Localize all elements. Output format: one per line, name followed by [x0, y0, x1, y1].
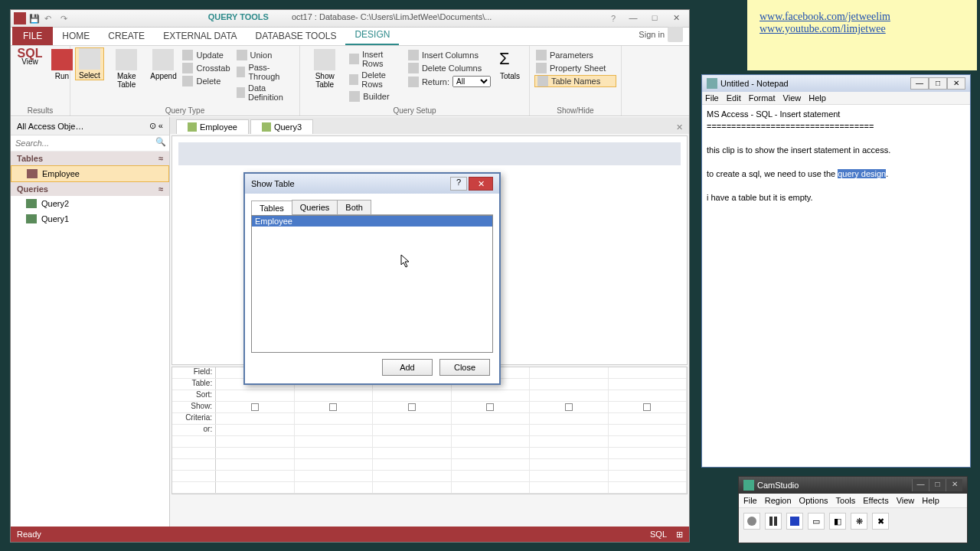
group-show-hide: Show/Hide: [530, 106, 621, 115]
delete-rows-button[interactable]: Delete Rows: [348, 70, 403, 90]
link-youtube[interactable]: www.youtube.com/limjetwee: [760, 23, 965, 35]
link-facebook[interactable]: www.facebook.com/jetweelim: [760, 11, 965, 23]
camstudio-titlebar[interactable]: CamStudio — □ ✕: [739, 477, 967, 494]
maximize-button[interactable]: □: [929, 479, 946, 491]
menu-help[interactable]: Help: [808, 93, 826, 103]
nav-item-query2[interactable]: Query2: [11, 196, 169, 211]
data-definition-button[interactable]: Data Definition: [235, 83, 295, 103]
tab-database-tools[interactable]: DATABASE TOOLS: [247, 27, 346, 45]
menu-view[interactable]: View: [783, 93, 802, 103]
totals-button[interactable]: ΣTotals: [495, 47, 524, 82]
return-control[interactable]: Return: All: [407, 75, 492, 88]
camstudio-toolbar: ▭ ◧ ❋ ✖: [739, 508, 967, 534]
qa-save-icon[interactable]: 💾: [29, 14, 40, 24]
menu-file[interactable]: File: [743, 496, 757, 505]
menu-tools[interactable]: Tools: [836, 496, 856, 505]
nav-section-tables[interactable]: Tables≈: [11, 152, 169, 165]
tab-home[interactable]: HOME: [53, 27, 99, 45]
doc-close-button[interactable]: ✕: [670, 121, 689, 134]
tab-file[interactable]: FILE: [12, 27, 53, 45]
menu-help[interactable]: Help: [922, 496, 939, 505]
query-design-grid[interactable]: Field: Table: Sort: Show: Criteria: or:: [172, 367, 688, 494]
toolbar-button[interactable]: ❋: [851, 513, 867, 530]
pass-through-button[interactable]: Pass-Through: [235, 62, 295, 82]
close-button[interactable]: ✕: [946, 479, 962, 491]
grid-label-sort: Sort:: [172, 390, 216, 401]
builder-button[interactable]: Builder: [348, 90, 403, 103]
nav-item-employee[interactable]: Employee: [11, 165, 169, 182]
nav-section-queries[interactable]: Queries≈: [11, 182, 169, 196]
nav-search[interactable]: 🔍: [11, 135, 169, 152]
menu-format[interactable]: Format: [749, 93, 776, 103]
toolbar-button[interactable]: ◧: [829, 513, 846, 530]
doc-tab-employee[interactable]: Employee: [176, 119, 249, 134]
show-checkbox[interactable]: [565, 403, 573, 411]
group-results: Results: [11, 106, 70, 115]
maximize-button[interactable]: □: [929, 77, 947, 90]
tab-create[interactable]: CREATE: [99, 27, 154, 45]
dialog-help-button[interactable]: ?: [450, 177, 467, 191]
show-checkbox[interactable]: [408, 403, 416, 411]
show-checkbox[interactable]: [251, 403, 259, 411]
delete-columns-button[interactable]: Delete Columns: [407, 62, 492, 74]
notepad-titlebar[interactable]: Untitled - Notepad — □ ✕: [702, 75, 970, 92]
status-sql[interactable]: SQL: [650, 530, 667, 539]
delete-button[interactable]: Delete: [181, 75, 231, 87]
show-checkbox[interactable]: [329, 403, 337, 411]
append-button[interactable]: Append: [149, 47, 178, 82]
parameters-button[interactable]: Parameters: [534, 49, 616, 61]
list-item-employee[interactable]: Employee: [252, 216, 492, 227]
doc-tab-query3[interactable]: Query3: [250, 119, 313, 134]
nav-header[interactable]: All Access Obje…⊙ «: [11, 117, 169, 135]
record-button[interactable]: [743, 513, 760, 530]
show-checkbox[interactable]: [486, 403, 494, 411]
group-query-type: Query Type: [70, 106, 299, 115]
pause-button[interactable]: [765, 513, 782, 530]
stop-button[interactable]: [786, 513, 803, 530]
dialog-table-list[interactable]: Employee: [251, 215, 493, 353]
minimize-button[interactable]: —: [912, 479, 929, 491]
table-names-button[interactable]: Table Names: [534, 75, 616, 87]
union-button[interactable]: Union: [235, 49, 295, 61]
close-button[interactable]: ✕: [947, 77, 965, 90]
sign-in[interactable]: Sign in: [632, 24, 689, 45]
update-button[interactable]: Update: [181, 49, 231, 61]
dialog-tab-queries[interactable]: Queries: [292, 200, 338, 214]
dialog-close-button[interactable]: ✕: [469, 177, 493, 191]
toolbar-button[interactable]: ✖: [872, 513, 889, 530]
insert-rows-button[interactable]: Insert Rows: [348, 49, 403, 69]
select-button[interactable]: Select: [75, 47, 104, 80]
menu-effects[interactable]: Effects: [863, 496, 888, 505]
show-checkbox[interactable]: [643, 403, 651, 411]
nav-item-query1[interactable]: Query1: [11, 211, 169, 227]
dialog-tab-both[interactable]: Both: [337, 200, 371, 214]
menu-view[interactable]: View: [897, 496, 915, 505]
view-button[interactable]: SQLView: [15, 47, 44, 67]
status-ready: Ready: [17, 530, 41, 539]
help-icon[interactable]: ?: [611, 14, 616, 23]
show-table-button[interactable]: Show Table: [305, 47, 345, 90]
view-switcher-icon[interactable]: ⊞: [676, 530, 683, 540]
search-icon[interactable]: 🔍: [155, 137, 166, 149]
search-input[interactable]: [14, 137, 155, 149]
menu-file[interactable]: File: [705, 93, 719, 103]
tab-external-data[interactable]: EXTERNAL DATA: [154, 27, 246, 45]
return-select[interactable]: All: [452, 76, 491, 87]
crosstab-button[interactable]: Crosstab: [181, 62, 231, 74]
property-sheet-button[interactable]: Property Sheet: [534, 62, 616, 74]
toolbar-button[interactable]: ▭: [808, 513, 825, 530]
add-button[interactable]: Add: [382, 359, 433, 376]
notepad-text[interactable]: MS Access - SQL - Insert statement =====…: [702, 105, 970, 207]
minimize-button[interactable]: —: [910, 77, 929, 90]
dialog-tab-tables[interactable]: Tables: [251, 201, 292, 215]
qa-redo-icon[interactable]: ↷: [60, 14, 67, 24]
dialog-titlebar[interactable]: Show Table ? ✕: [245, 174, 499, 194]
menu-edit[interactable]: Edit: [727, 93, 741, 103]
tab-design[interactable]: DESIGN: [345, 25, 399, 45]
menu-options[interactable]: Options: [799, 496, 828, 505]
qa-undo-icon[interactable]: ↶: [44, 14, 51, 24]
close-button[interactable]: Close: [439, 359, 490, 376]
make-table-button[interactable]: Make Table: [107, 47, 145, 90]
insert-columns-button[interactable]: Insert Columns: [407, 49, 492, 61]
menu-region[interactable]: Region: [765, 496, 792, 505]
